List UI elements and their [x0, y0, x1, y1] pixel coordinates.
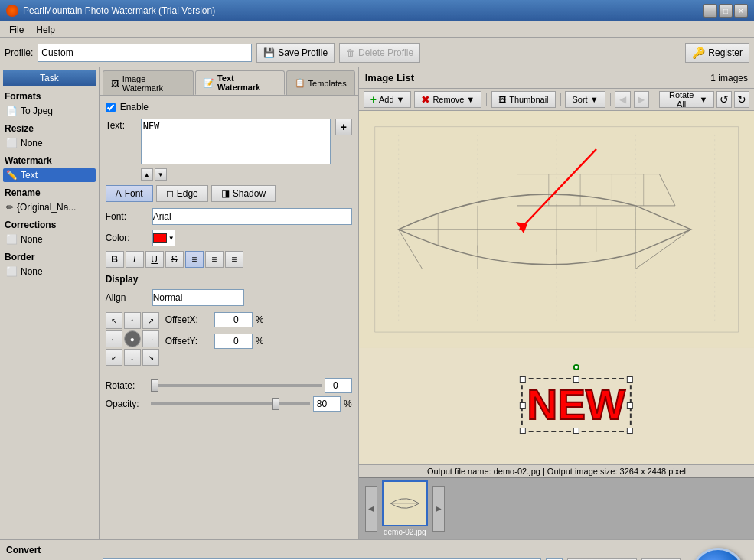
sidebar-item-border[interactable]: ⬜ None — [3, 265, 96, 278]
start-button[interactable]: START — [691, 548, 745, 560]
sidebar-item-corrections[interactable]: ⬜ None — [3, 233, 96, 246]
strip-nav-right[interactable]: ▶ — [432, 486, 445, 532]
align-select[interactable]: Normal — [152, 289, 244, 306]
rotate-ccw-button[interactable]: ↺ — [716, 91, 732, 108]
rotate-all-button[interactable]: Rotate All ▼ — [659, 91, 714, 108]
offset-x-input[interactable] — [214, 312, 253, 327]
opacity-value-input[interactable] — [313, 396, 341, 412]
color-picker-button[interactable]: ▼ — [152, 230, 175, 246]
task-header: Task — [3, 70, 96, 86]
sidebar-item-resize[interactable]: ⬜ None — [3, 136, 96, 150]
main-layout: Task Formats 📄 To Jpeg Resize ⬜ None Wat… — [0, 67, 754, 539]
separator-4 — [654, 93, 654, 106]
close-button[interactable]: × — [734, 4, 748, 18]
tab-image-watermark[interactable]: 🖼 Image Watermark — [103, 70, 194, 95]
add-button[interactable]: + Add ▼ — [364, 91, 412, 108]
italic-button[interactable]: I — [126, 251, 144, 268]
style-tabs: A Font ◻ Edge ◨ Shadow — [106, 185, 352, 202]
text-input-area: NEW ▲ ▼ — [141, 119, 331, 181]
pos-bottomleft[interactable]: ↙ — [106, 349, 122, 366]
sidebar-item-formats[interactable]: 📄 To Jpeg — [3, 104, 96, 118]
font-tab-button[interactable]: A Font — [106, 185, 153, 202]
opacity-slider[interactable] — [151, 402, 310, 405]
scroll-up-btn[interactable]: ▲ — [141, 168, 153, 181]
sort-button[interactable]: Sort ▼ — [565, 91, 605, 108]
font-select[interactable]: Arial — [152, 208, 352, 225]
text-field-label: Text: — [106, 119, 136, 131]
text-watermark-tab-icon: 📝 — [204, 78, 214, 88]
thumbnail-strip: ◀ demo-02.jpg ▶ — [359, 477, 754, 539]
minimize-button[interactable]: − — [703, 4, 717, 18]
thumbnail-button[interactable]: 🖼 Thumbnail — [491, 91, 555, 108]
delete-icon: 🗑 — [346, 47, 355, 58]
maximize-button[interactable]: □ — [719, 4, 733, 18]
underline-button[interactable]: U — [145, 251, 164, 268]
scroll-down-btn[interactable]: ▼ — [155, 168, 167, 181]
image-status: Output file name: demo-02.jpg | Output i… — [359, 464, 754, 477]
right-panel: Image List 1 images + Add ▼ ✖ Remove ▼ 🖼… — [359, 67, 754, 539]
color-indicator — [153, 233, 167, 243]
rotate-slider[interactable] — [151, 384, 322, 387]
register-button[interactable]: 🔑 Register — [685, 43, 749, 63]
app-title: PearlMountain Photo Watermark (Trial Ver… — [23, 5, 215, 16]
align-left-button[interactable]: ≡ — [185, 251, 204, 268]
strip-nav-left[interactable]: ◀ — [365, 486, 377, 532]
thumbnail-item[interactable]: demo-02.jpg — [382, 480, 428, 536]
sidebar-item-watermark-text[interactable]: ✏️ Text — [3, 168, 96, 182]
prev-nav-button[interactable]: ◀ — [615, 91, 630, 108]
formats-header: Formats — [3, 90, 96, 103]
menu-help[interactable]: Help — [30, 23, 61, 37]
tab-text-watermark[interactable]: 📝 Text Watermark — [195, 70, 285, 95]
delete-profile-button[interactable]: 🗑 Delete Profile — [339, 43, 420, 63]
pos-bottomright[interactable]: ↘ — [142, 349, 159, 366]
menu-file[interactable]: File — [3, 23, 30, 37]
pos-topleft[interactable]: ↖ — [106, 312, 122, 329]
opacity-row: Opacity: % — [106, 396, 352, 412]
blueprint-bg: NEW — [359, 111, 754, 464]
offset-y-input[interactable] — [214, 334, 253, 349]
image-count: 1 images — [710, 73, 748, 83]
watermark-text-input[interactable]: NEW — [141, 119, 331, 164]
add-text-button[interactable]: + — [335, 119, 352, 135]
watermark-header: Watermark — [3, 155, 96, 167]
font-tab-icon: A — [116, 188, 122, 199]
strikethrough-button[interactable]: S — [165, 251, 184, 268]
pos-left[interactable]: ← — [106, 330, 122, 347]
pos-top[interactable]: ↑ — [124, 312, 141, 329]
rotate-cw-button[interactable]: ↻ — [734, 91, 749, 108]
sidebar-item-rename[interactable]: ✏ {Original_Na... — [3, 200, 96, 214]
title-bar: PearlMountain Photo Watermark (Trial Ver… — [0, 0, 754, 21]
separator-2 — [560, 93, 561, 106]
pos-right[interactable]: → — [142, 330, 159, 347]
profile-select[interactable]: Custom — [38, 44, 252, 62]
resize-header: Resize — [3, 122, 96, 135]
save-icon: 💾 — [263, 47, 275, 58]
next-nav-button[interactable]: ▶ — [634, 91, 649, 108]
pos-center[interactable]: ● — [124, 330, 141, 347]
bold-button[interactable]: B — [106, 251, 124, 268]
tabs: 🖼 Image Watermark 📝 Text Watermark 📋 Tem… — [100, 67, 358, 95]
edge-tab-button[interactable]: ◻ Edge — [156, 185, 208, 202]
align-right-button[interactable]: ≡ — [225, 251, 243, 268]
image-toolbar: + Add ▼ ✖ Remove ▼ 🖼 Thumbnail Sort ▼ ◀ … — [359, 89, 754, 111]
align-label: Align — [106, 292, 148, 303]
image-list-title: Image List — [365, 72, 414, 83]
enable-row: Enable — [106, 102, 352, 112]
remove-button[interactable]: ✖ Remove ▼ — [414, 91, 481, 108]
rotate-value-input[interactable] — [325, 378, 352, 393]
templates-tab-icon: 📋 — [295, 78, 305, 88]
rotate-dropdown-arrow: ▼ — [699, 95, 707, 104]
pos-topright[interactable]: ↗ — [142, 312, 159, 329]
save-profile-button[interactable]: 💾 Save Profile — [256, 43, 335, 63]
corrections-icon: ⬜ — [6, 234, 18, 245]
corrections-header: Corrections — [3, 219, 96, 231]
shadow-tab-button[interactable]: ◨ Shadow — [211, 185, 276, 202]
align-row: Align Normal — [106, 289, 352, 306]
tab-templates[interactable]: 📋 Templates — [286, 70, 355, 95]
pos-bottom[interactable]: ↓ — [124, 349, 141, 366]
border-header: Border — [3, 251, 96, 263]
align-center-button[interactable]: ≡ — [205, 251, 224, 268]
enable-checkbox[interactable] — [106, 103, 116, 112]
offset-x-pct: % — [256, 314, 264, 325]
key-icon: 🔑 — [692, 47, 705, 59]
